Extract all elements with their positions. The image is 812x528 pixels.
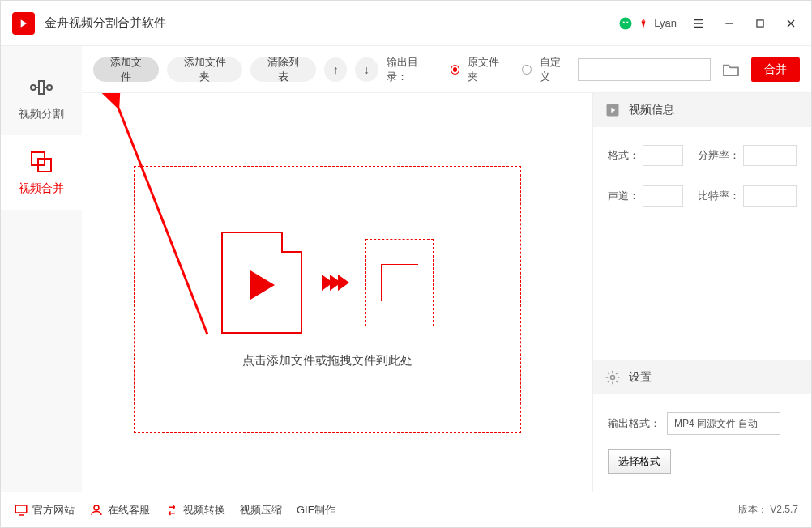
- convert-icon: [165, 503, 179, 517]
- sidebar-item-merge[interactable]: 视频合并: [1, 135, 82, 210]
- minimize-button[interactable]: [720, 15, 738, 32]
- svg-rect-3: [757, 19, 763, 26]
- arrows-icon: [322, 275, 346, 291]
- svg-point-5: [47, 85, 52, 90]
- video-info-header: 视频信息: [593, 93, 811, 127]
- play-square-icon: [605, 102, 621, 118]
- merge-icon: [28, 149, 54, 175]
- add-folder-button[interactable]: 添加文件夹: [167, 57, 242, 82]
- add-file-button[interactable]: 添加文件: [93, 57, 159, 82]
- bitrate-value: [743, 185, 797, 207]
- split-icon: [28, 75, 54, 100]
- output-path-input[interactable]: [578, 58, 711, 81]
- monitor-icon: [14, 503, 28, 517]
- add-slot-icon: [365, 239, 434, 326]
- svg-rect-14: [15, 505, 27, 513]
- file-play-icon: [221, 232, 302, 334]
- close-button[interactable]: [782, 15, 800, 32]
- format-value: [643, 145, 683, 166]
- drop-zone[interactable]: 点击添加文件或拖拽文件到此处: [134, 166, 521, 433]
- sidebar: 视频分割 视频合并: [1, 46, 82, 492]
- choose-format-button[interactable]: 选择格式: [608, 449, 671, 474]
- toolbar: 添加文件 添加文件夹 清除列表 ↑ ↓ 输出目录： 原文件夹 自定义 合并: [82, 46, 811, 93]
- sidebar-label-merge: 视频合并: [19, 181, 64, 196]
- resolution-label: 分辨率：: [698, 148, 740, 163]
- svg-point-4: [31, 85, 36, 90]
- output-format-field[interactable]: MP4 同源文件 自动: [667, 412, 780, 435]
- svg-point-2: [626, 21, 628, 23]
- folder-icon: [722, 62, 740, 77]
- official-site-link[interactable]: 官方网站: [14, 503, 75, 517]
- svg-point-0: [620, 17, 632, 29]
- menu-button[interactable]: [690, 15, 707, 32]
- clear-list-button[interactable]: 清除列表: [250, 57, 316, 82]
- drop-hint: 点击添加文件或拖拽文件到此处: [242, 353, 412, 368]
- format-label: 格式：: [608, 148, 639, 163]
- gif-maker-link[interactable]: GIF制作: [297, 503, 335, 517]
- channel-value: [643, 185, 683, 207]
- online-service-link[interactable]: 在线客服: [89, 503, 150, 517]
- app-title: 金舟视频分割合并软件: [45, 15, 166, 31]
- output-dir-label: 输出目录：: [387, 55, 436, 84]
- sidebar-label-split: 视频分割: [19, 107, 64, 121]
- sidebar-item-split[interactable]: 视频分割: [1, 61, 82, 135]
- right-panel: 视频信息 格式： 分辨率： 声道： 比特率： 设置: [592, 93, 811, 492]
- video-compress-link[interactable]: 视频压缩: [240, 503, 282, 517]
- title-bar: 金舟视频分割合并软件 Lyan: [1, 1, 811, 46]
- settings-title: 设置: [629, 370, 652, 385]
- merge-button[interactable]: 合并: [751, 57, 800, 82]
- footer: 官方网站 在线客服 视频转换 视频压缩 GIF制作 版本： V2.5.7: [1, 492, 811, 527]
- settings-header: 设置: [593, 360, 811, 394]
- video-info-title: 视频信息: [629, 103, 674, 117]
- wechat-icon: [618, 16, 633, 31]
- canvas-area: 点击添加文件或拖拽文件到此处: [82, 93, 592, 492]
- browse-folder-button[interactable]: [719, 58, 743, 81]
- svg-point-13: [611, 376, 615, 380]
- user-name: Lyan: [654, 17, 677, 29]
- move-down-button[interactable]: ↓: [355, 57, 378, 82]
- svg-point-1: [623, 21, 625, 23]
- user-info[interactable]: Lyan: [618, 16, 677, 31]
- radio-source-folder[interactable]: [451, 65, 459, 75]
- radio-source-label: 原文件夹: [468, 55, 507, 84]
- app-logo-icon: [12, 12, 35, 35]
- channel-label: 声道：: [608, 189, 639, 203]
- vip-diamond-icon: [638, 18, 649, 29]
- maximize-button[interactable]: [751, 15, 769, 32]
- svg-point-16: [94, 505, 99, 510]
- video-convert-link[interactable]: 视频转换: [165, 503, 225, 517]
- output-format-label: 输出格式：: [608, 416, 660, 431]
- radio-custom-folder[interactable]: [522, 65, 531, 75]
- radio-custom-label: 自定义: [540, 55, 570, 84]
- headset-icon: [89, 503, 104, 517]
- svg-rect-6: [39, 81, 44, 94]
- move-up-button[interactable]: ↑: [324, 57, 347, 82]
- version-label: 版本： V2.5.7: [738, 503, 798, 517]
- resolution-value: [743, 145, 797, 166]
- gear-icon: [605, 369, 621, 385]
- bitrate-label: 比特率：: [698, 189, 740, 203]
